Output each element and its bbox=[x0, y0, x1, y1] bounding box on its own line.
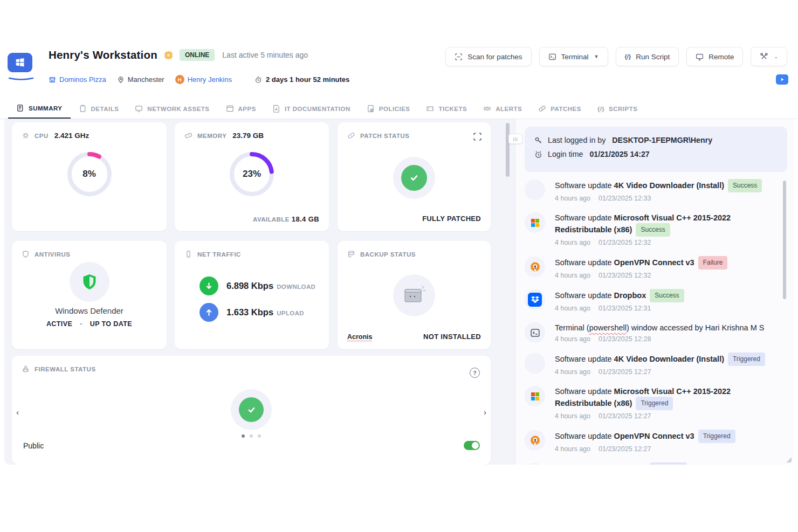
scan-icon bbox=[455, 53, 463, 61]
activity-item: Software updateMicrosoft Visual C++ 2015… bbox=[525, 212, 780, 246]
braces-icon: {/} bbox=[625, 53, 631, 60]
carousel-next-button[interactable]: › bbox=[481, 405, 489, 419]
uptime-label: 2 days 1 hour 52 minutes bbox=[254, 75, 349, 84]
memory-percent: 23% bbox=[227, 149, 277, 199]
remote-screen-icon bbox=[696, 53, 704, 61]
expand-scan-icon bbox=[473, 132, 482, 141]
store-icon bbox=[49, 76, 56, 84]
microsoft-logo-icon bbox=[525, 212, 545, 233]
resize-corner-icon[interactable] bbox=[787, 458, 792, 463]
status-badge: Triggered bbox=[650, 462, 687, 465]
tab-policies[interactable]: POLICIES bbox=[359, 99, 418, 119]
tab-bar: SUMMARY DETAILS NETWORK ASSETS APPS IT D… bbox=[0, 99, 798, 119]
tab-scripts[interactable]: {/} SCRIPTS bbox=[589, 99, 645, 119]
activity-item: Software updateOpenVPN Connect v3Failure… bbox=[525, 257, 780, 279]
public-firewall-toggle[interactable] bbox=[464, 441, 480, 450]
remote-button[interactable]: Remote bbox=[686, 47, 743, 66]
antivirus-label: ANTIVIRUS bbox=[35, 251, 70, 258]
firewall-icon bbox=[22, 365, 30, 373]
carousel-prev-button[interactable]: ‹ bbox=[14, 405, 21, 419]
play-icon bbox=[779, 77, 785, 82]
chip-icon bbox=[163, 50, 174, 60]
windows-logo-icon bbox=[8, 53, 32, 72]
patch-label: PATCH STATUS bbox=[360, 133, 409, 139]
stopwatch-icon bbox=[254, 76, 262, 84]
activity-item: Terminal (powershell) window accessed by… bbox=[525, 322, 780, 343]
activity-pane: Last logged in byDESKTOP-1FEPMGR\Henry L… bbox=[515, 119, 794, 465]
upload-value: 1.633 KbpsUPLOAD bbox=[226, 307, 304, 317]
organization-link[interactable]: Dominos Pizza bbox=[49, 75, 106, 84]
tickets-icon bbox=[426, 105, 434, 113]
content-area: CPU 2.421 GHz 8% MEMORY 23.79 GB bbox=[4, 119, 794, 465]
key-icon bbox=[534, 136, 542, 144]
antivirus-card: ANTIVIRUS Windows Defender ACTIVE-UP TO … bbox=[12, 241, 167, 349]
alarm-clock-icon bbox=[534, 150, 542, 158]
activity-meta: 4 hours ago01/23/2025 12:28 bbox=[555, 335, 764, 343]
help-icon[interactable]: ? bbox=[470, 368, 480, 378]
cpu-gauge: 8% bbox=[65, 149, 114, 199]
download-arrow-icon bbox=[200, 277, 218, 295]
panel-resize-handle[interactable]: ||| bbox=[508, 134, 522, 144]
memory-value: 23.79 GB bbox=[232, 132, 264, 140]
patch-status-card: PATCH STATUS FULLY PATCHED bbox=[338, 122, 491, 231]
tab-alerts[interactable]: ALERTS bbox=[475, 99, 530, 119]
status-badge: ONLINE bbox=[180, 49, 215, 61]
tab-tickets[interactable]: TICKETS bbox=[418, 99, 475, 119]
antivirus-product: Windows Defender bbox=[12, 306, 167, 315]
policies-icon bbox=[367, 105, 375, 113]
location-label: Manchester bbox=[117, 75, 164, 84]
backup-status-card: BACKUP STATUS Acronis NOT INSTALLED bbox=[338, 241, 491, 349]
tab-apps[interactable]: APPS bbox=[218, 99, 264, 119]
feed-scrollbar[interactable] bbox=[783, 181, 786, 299]
firewall-status-card: FIREWALL STATUS ? ‹ › Public bbox=[12, 356, 491, 465]
status-badge: Triggered bbox=[728, 353, 765, 366]
patch-icon bbox=[347, 132, 355, 140]
patch-scan-button[interactable] bbox=[473, 132, 482, 141]
scan-for-patches-button[interactable]: Scan for patches bbox=[445, 47, 531, 66]
download-row: 6.898 KbpsDOWNLOAD bbox=[200, 277, 315, 295]
backup-icon bbox=[347, 250, 355, 258]
left-pane-scrollbar[interactable] bbox=[506, 123, 510, 177]
last-active-text: Last active 5 minutes ago bbox=[222, 51, 308, 59]
app-generic-icon bbox=[525, 179, 545, 200]
login-time-row: Login time01/21/2025 14:27 bbox=[534, 150, 778, 158]
window-illustration-icon bbox=[402, 285, 426, 306]
assigned-user-link[interactable]: H Henry Jenkins bbox=[175, 75, 232, 84]
backup-vendor: Acronis bbox=[347, 333, 373, 341]
terminal-icon bbox=[548, 53, 556, 61]
microsoft-logo-icon bbox=[525, 386, 545, 406]
cpu-icon bbox=[22, 132, 30, 140]
device-swoosh-icon bbox=[8, 76, 35, 82]
tab-details[interactable]: DETAILS bbox=[71, 99, 127, 119]
backup-status-text: NOT INSTALLED bbox=[423, 333, 481, 341]
firewall-label: FIREWALL STATUS bbox=[35, 366, 96, 372]
cpu-card: CPU 2.421 GHz 8% bbox=[12, 122, 167, 231]
activity-meta: 4 hours ago01/23/2025 12:27 bbox=[555, 412, 780, 420]
tools-menu-button[interactable]: ⌄ bbox=[751, 47, 787, 66]
memory-label: MEMORY bbox=[197, 133, 226, 139]
run-script-button[interactable]: {/} Run Script bbox=[616, 47, 679, 66]
carousel-dots[interactable] bbox=[242, 434, 261, 438]
user-avatar: H bbox=[175, 75, 184, 84]
page-title: Henry's Workstation bbox=[49, 49, 157, 61]
check-icon bbox=[401, 165, 427, 191]
activity-feed: Software update4K Video Downloader (Inst… bbox=[525, 179, 780, 465]
check-icon bbox=[239, 397, 264, 422]
app-generic-icon bbox=[525, 353, 545, 374]
status-badge: Success bbox=[650, 289, 684, 302]
summary-icon bbox=[16, 104, 24, 112]
activity-item: Software update4K Video Downloader (Inst… bbox=[525, 353, 780, 376]
activity-meta: 4 hours ago01/23/2025 12:27 bbox=[555, 445, 735, 453]
firewall-profile-label: Public bbox=[23, 441, 44, 450]
tab-network-assets[interactable]: NETWORK ASSETS bbox=[127, 99, 217, 119]
terminal-button[interactable]: Terminal ▼ bbox=[539, 47, 608, 66]
tab-summary[interactable]: SUMMARY bbox=[8, 99, 71, 119]
tab-it-documentation[interactable]: IT DOCUMENTATION bbox=[264, 99, 359, 119]
device-summary-page: Henry's Workstation ONLINE Last active 5… bbox=[0, 0, 798, 532]
tab-patches[interactable]: PATCHES bbox=[530, 99, 589, 119]
last-login-user: DESKTOP-1FEPMGR\Henry bbox=[612, 136, 712, 144]
status-badge: Success bbox=[636, 223, 670, 237]
activity-meta: 4 hours ago01/23/2025 12:27 bbox=[555, 368, 765, 376]
device-windows-icon bbox=[8, 53, 35, 86]
video-play-button[interactable] bbox=[776, 74, 788, 85]
